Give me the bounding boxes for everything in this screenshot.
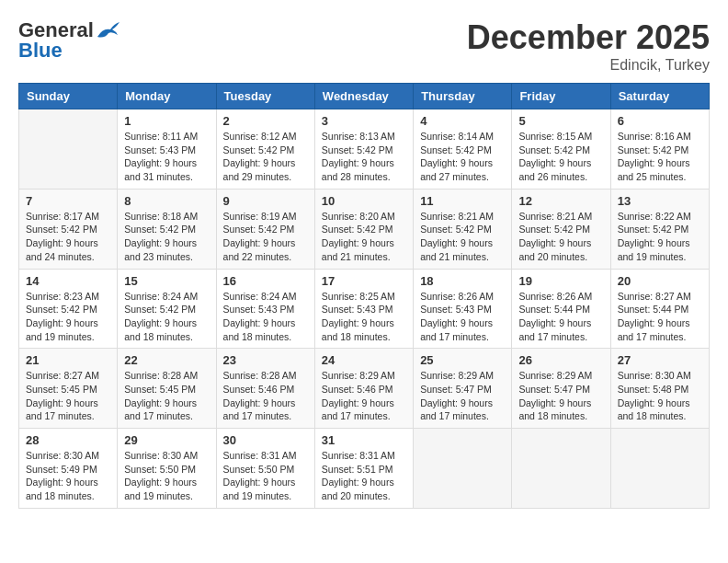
day-number: 20: [618, 274, 702, 288]
day-number: 2: [223, 114, 308, 128]
calendar-cell: 1Sunrise: 8:11 AMSunset: 5:43 PMDaylight…: [118, 109, 216, 190]
calendar-cell: 13Sunrise: 8:22 AMSunset: 5:42 PMDayligh…: [610, 189, 709, 269]
day-info: Sunrise: 8:21 AMSunset: 5:42 PMDaylight:…: [420, 210, 505, 264]
calendar-cell: 24Sunrise: 8:29 AMSunset: 5:46 PMDayligh…: [314, 349, 413, 429]
title-block: December 2025 Edincik, Turkey: [467, 18, 710, 74]
logo-blue-text: Blue: [18, 39, 63, 63]
page-header: General Blue December 2025 Edincik, Turk…: [18, 18, 710, 74]
day-info: Sunrise: 8:15 AMSunset: 5:42 PMDaylight:…: [518, 130, 603, 184]
day-info: Sunrise: 8:22 AMSunset: 5:42 PMDaylight:…: [618, 210, 702, 264]
day-number: 22: [124, 353, 209, 367]
day-info: Sunrise: 8:20 AMSunset: 5:42 PMDaylight:…: [322, 210, 406, 264]
day-info: Sunrise: 8:26 AMSunset: 5:44 PMDaylight:…: [518, 290, 603, 344]
calendar-cell: 19Sunrise: 8:26 AMSunset: 5:44 PMDayligh…: [512, 269, 610, 349]
day-info: Sunrise: 8:27 AMSunset: 5:44 PMDaylight:…: [618, 290, 702, 344]
day-number: 18: [420, 274, 505, 288]
day-number: 14: [26, 274, 110, 288]
day-info: Sunrise: 8:30 AMSunset: 5:50 PMDaylight:…: [124, 449, 209, 503]
day-number: 13: [618, 194, 702, 208]
day-number: 9: [223, 194, 308, 208]
day-info: Sunrise: 8:11 AMSunset: 5:43 PMDaylight:…: [124, 130, 209, 184]
calendar-cell: 8Sunrise: 8:18 AMSunset: 5:42 PMDaylight…: [118, 189, 216, 269]
day-number: 31: [322, 433, 406, 447]
day-info: Sunrise: 8:31 AMSunset: 5:51 PMDaylight:…: [322, 449, 406, 503]
day-info: Sunrise: 8:27 AMSunset: 5:45 PMDaylight:…: [26, 369, 110, 423]
week-row-4: 21Sunrise: 8:27 AMSunset: 5:45 PMDayligh…: [19, 349, 710, 429]
calendar-cell: 15Sunrise: 8:24 AMSunset: 5:42 PMDayligh…: [118, 269, 216, 349]
week-row-2: 7Sunrise: 8:17 AMSunset: 5:42 PMDaylight…: [19, 189, 710, 269]
location: Edincik, Turkey: [467, 57, 710, 74]
calendar-cell: 6Sunrise: 8:16 AMSunset: 5:42 PMDaylight…: [610, 109, 709, 190]
calendar-cell: 11Sunrise: 8:21 AMSunset: 5:42 PMDayligh…: [414, 189, 512, 269]
day-number: 15: [124, 274, 209, 288]
calendar-cell: 12Sunrise: 8:21 AMSunset: 5:42 PMDayligh…: [512, 189, 610, 269]
calendar-cell: [610, 429, 709, 509]
day-number: 26: [518, 353, 603, 367]
day-info: Sunrise: 8:26 AMSunset: 5:43 PMDaylight:…: [420, 290, 505, 344]
day-info: Sunrise: 8:13 AMSunset: 5:42 PMDaylight:…: [322, 130, 406, 184]
calendar-cell: [414, 429, 512, 509]
day-info: Sunrise: 8:29 AMSunset: 5:47 PMDaylight:…: [518, 369, 603, 423]
calendar-cell: 28Sunrise: 8:30 AMSunset: 5:49 PMDayligh…: [19, 429, 118, 509]
calendar-cell: 26Sunrise: 8:29 AMSunset: 5:47 PMDayligh…: [512, 349, 610, 429]
day-number: 1: [124, 114, 209, 128]
month-title: December 2025: [467, 18, 710, 57]
calendar-cell: 23Sunrise: 8:28 AMSunset: 5:46 PMDayligh…: [216, 349, 314, 429]
day-info: Sunrise: 8:29 AMSunset: 5:46 PMDaylight:…: [322, 369, 406, 423]
calendar-cell: 5Sunrise: 8:15 AMSunset: 5:42 PMDaylight…: [512, 109, 610, 190]
calendar-cell: 9Sunrise: 8:19 AMSunset: 5:42 PMDaylight…: [216, 189, 314, 269]
calendar-table: SundayMondayTuesdayWednesdayThursdayFrid…: [18, 83, 710, 509]
day-number: 11: [420, 194, 505, 208]
calendar-cell: 25Sunrise: 8:29 AMSunset: 5:47 PMDayligh…: [414, 349, 512, 429]
day-number: 21: [26, 353, 110, 367]
day-info: Sunrise: 8:12 AMSunset: 5:42 PMDaylight:…: [223, 130, 308, 184]
day-number: 4: [420, 114, 505, 128]
day-info: Sunrise: 8:24 AMSunset: 5:43 PMDaylight:…: [223, 290, 308, 344]
calendar-cell: 17Sunrise: 8:25 AMSunset: 5:43 PMDayligh…: [314, 269, 413, 349]
column-header-wednesday: Wednesday: [314, 84, 413, 109]
day-number: 12: [518, 194, 603, 208]
column-header-thursday: Thursday: [414, 84, 512, 109]
calendar-cell: 20Sunrise: 8:27 AMSunset: 5:44 PMDayligh…: [610, 269, 709, 349]
day-info: Sunrise: 8:31 AMSunset: 5:50 PMDaylight:…: [223, 449, 308, 503]
day-number: 10: [322, 194, 406, 208]
day-info: Sunrise: 8:29 AMSunset: 5:47 PMDaylight:…: [420, 369, 505, 423]
calendar-cell: 10Sunrise: 8:20 AMSunset: 5:42 PMDayligh…: [314, 189, 413, 269]
day-info: Sunrise: 8:28 AMSunset: 5:45 PMDaylight:…: [124, 369, 209, 423]
day-number: 30: [223, 433, 308, 447]
calendar-cell: 14Sunrise: 8:23 AMSunset: 5:42 PMDayligh…: [19, 269, 118, 349]
calendar-cell: 4Sunrise: 8:14 AMSunset: 5:42 PMDaylight…: [414, 109, 512, 190]
day-info: Sunrise: 8:17 AMSunset: 5:42 PMDaylight:…: [26, 210, 110, 264]
calendar-body: 1Sunrise: 8:11 AMSunset: 5:43 PMDaylight…: [19, 109, 710, 509]
day-number: 27: [618, 353, 702, 367]
column-header-tuesday: Tuesday: [216, 84, 314, 109]
calendar-cell: [19, 109, 118, 190]
calendar-cell: 7Sunrise: 8:17 AMSunset: 5:42 PMDaylight…: [19, 189, 118, 269]
calendar-cell: 29Sunrise: 8:30 AMSunset: 5:50 PMDayligh…: [118, 429, 216, 509]
day-number: 25: [420, 353, 505, 367]
day-info: Sunrise: 8:16 AMSunset: 5:42 PMDaylight:…: [618, 130, 702, 184]
calendar-cell: 30Sunrise: 8:31 AMSunset: 5:50 PMDayligh…: [216, 429, 314, 509]
calendar-cell: 3Sunrise: 8:13 AMSunset: 5:42 PMDaylight…: [314, 109, 413, 190]
column-header-sunday: Sunday: [19, 84, 118, 109]
day-info: Sunrise: 8:24 AMSunset: 5:42 PMDaylight:…: [124, 290, 209, 344]
calendar-cell: 2Sunrise: 8:12 AMSunset: 5:42 PMDaylight…: [216, 109, 314, 190]
day-info: Sunrise: 8:30 AMSunset: 5:48 PMDaylight:…: [618, 369, 702, 423]
day-number: 16: [223, 274, 308, 288]
week-row-5: 28Sunrise: 8:30 AMSunset: 5:49 PMDayligh…: [19, 429, 710, 509]
calendar-cell: [512, 429, 610, 509]
day-info: Sunrise: 8:14 AMSunset: 5:42 PMDaylight:…: [420, 130, 505, 184]
day-number: 23: [223, 353, 308, 367]
day-number: 28: [26, 433, 110, 447]
calendar-cell: 21Sunrise: 8:27 AMSunset: 5:45 PMDayligh…: [19, 349, 118, 429]
day-info: Sunrise: 8:19 AMSunset: 5:42 PMDaylight:…: [223, 210, 308, 264]
day-number: 24: [322, 353, 406, 367]
calendar-cell: 22Sunrise: 8:28 AMSunset: 5:45 PMDayligh…: [118, 349, 216, 429]
logo: General Blue: [18, 18, 121, 63]
week-row-3: 14Sunrise: 8:23 AMSunset: 5:42 PMDayligh…: [19, 269, 710, 349]
calendar-cell: 31Sunrise: 8:31 AMSunset: 5:51 PMDayligh…: [314, 429, 413, 509]
calendar-header: SundayMondayTuesdayWednesdayThursdayFrid…: [19, 84, 710, 109]
day-info: Sunrise: 8:23 AMSunset: 5:42 PMDaylight:…: [26, 290, 110, 344]
column-header-monday: Monday: [118, 84, 216, 109]
day-number: 7: [26, 194, 110, 208]
